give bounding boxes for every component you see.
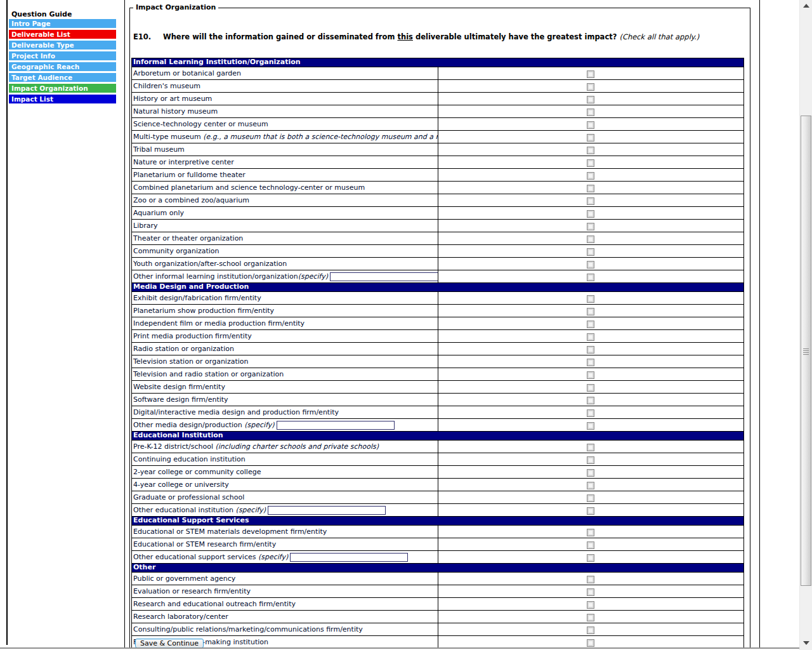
checkbox-cell	[438, 585, 744, 598]
checkbox[interactable]	[587, 295, 594, 303]
sidebar-item-target-audience[interactable]: Target Audience	[9, 73, 116, 82]
specify-input[interactable]	[277, 421, 395, 430]
checkbox[interactable]	[587, 159, 594, 167]
checkbox[interactable]	[587, 494, 594, 502]
row-label: Research and educational outreach firm/e…	[132, 598, 438, 611]
checkbox-cell	[438, 381, 744, 394]
checkbox[interactable]	[587, 384, 594, 392]
checkbox[interactable]	[587, 83, 594, 91]
checkbox-cell	[438, 232, 744, 245]
scrollbar-grip-icon	[803, 348, 809, 356]
checkbox[interactable]	[587, 333, 594, 341]
checkbox[interactable]	[587, 274, 594, 281]
checkbox[interactable]	[587, 261, 594, 269]
row-label: Digital/interactive media design and pro…	[132, 406, 438, 419]
checkbox[interactable]	[587, 223, 594, 230]
sidebar-item-deliverable-list[interactable]: Deliverable List	[9, 30, 116, 39]
vertical-scrollbar[interactable]	[799, 0, 812, 650]
checkbox[interactable]	[587, 639, 594, 647]
row-label: Evaluation or research firm/entity	[132, 585, 438, 598]
table-row: Theater or theater organization	[132, 232, 744, 245]
checkbox-cell	[438, 317, 744, 330]
checkbox[interactable]	[587, 197, 594, 205]
checkbox[interactable]	[587, 172, 594, 180]
table-row: 2-year college or community college	[132, 466, 744, 479]
table-row: Planetarium or fulldome theater	[132, 169, 744, 182]
sidebar-item-impact-list[interactable]: Impact List	[9, 95, 116, 103]
checkbox[interactable]	[587, 627, 594, 634]
checkbox[interactable]	[587, 121, 594, 129]
table-row: Print media production firm/entity	[132, 330, 744, 343]
specify-input[interactable]	[268, 506, 386, 515]
row-label-italic: (specify)	[244, 421, 274, 429]
checkbox[interactable]	[587, 70, 594, 78]
checkbox-cell	[438, 105, 744, 118]
sidebar-item-geographic-reach[interactable]: Geographic Reach	[9, 62, 116, 71]
checkbox[interactable]	[587, 109, 594, 116]
checkbox[interactable]	[587, 409, 594, 417]
checkbox-cell	[438, 419, 744, 432]
section-header-row: Educational Institution	[132, 432, 744, 441]
checkbox[interactable]	[587, 614, 594, 621]
checkbox-cell	[438, 258, 744, 270]
scrollbar-down-button[interactable]	[800, 636, 812, 650]
checkbox[interactable]	[587, 554, 594, 562]
row-label: History or art museum	[132, 93, 438, 105]
section-header-row: Educational Support Services	[132, 517, 744, 526]
row-label: Other educational institution (specify)	[132, 504, 438, 517]
checkbox-cell	[438, 491, 744, 504]
specify-input[interactable]	[290, 553, 408, 562]
page: Question Guide Intro PageDeliverable Lis…	[0, 0, 812, 650]
checkbox[interactable]	[587, 507, 594, 515]
checkbox[interactable]	[587, 371, 594, 379]
table-row: Software design firm/entity	[132, 394, 744, 406]
sidebar-item-project-info[interactable]: Project Info	[9, 51, 116, 60]
checkbox[interactable]	[587, 235, 594, 243]
row-label: Television and radio station or organiza…	[132, 368, 438, 381]
table-row: Digital/interactive media design and pro…	[132, 406, 744, 419]
checkbox[interactable]	[587, 321, 594, 328]
row-label: Pre-K-12 district/school (including char…	[132, 441, 438, 453]
row-label-italic: (specify)	[298, 272, 328, 281]
arrow-up-icon	[803, 4, 809, 8]
checkbox[interactable]	[587, 346, 594, 354]
checkbox[interactable]	[587, 469, 594, 477]
frame-divider-left	[6, 0, 8, 645]
checkbox[interactable]	[587, 541, 594, 549]
checkbox[interactable]	[587, 185, 594, 192]
checkbox[interactable]	[587, 422, 594, 430]
table-row: Science-technology center or museum	[132, 118, 744, 131]
checkbox[interactable]	[587, 308, 594, 315]
checkbox[interactable]	[587, 147, 594, 154]
save-continue-button[interactable]: Save & Continue	[135, 639, 204, 648]
row-label: Other informal learning institution/orga…	[132, 270, 438, 283]
checkbox[interactable]	[587, 588, 594, 596]
checkbox[interactable]	[587, 529, 594, 536]
table-row: Public or government agency	[132, 573, 744, 585]
checkbox[interactable]	[587, 210, 594, 218]
checkbox[interactable]	[587, 444, 594, 451]
checkbox[interactable]	[587, 576, 594, 583]
checkbox[interactable]	[587, 359, 594, 366]
checkbox[interactable]	[587, 482, 594, 489]
checkbox[interactable]	[587, 601, 594, 609]
section-header: Other	[132, 564, 744, 573]
sidebar-item-intro-page[interactable]: Intro Page	[9, 19, 116, 28]
row-label: Software design firm/entity	[132, 394, 438, 406]
checkbox[interactable]	[587, 456, 594, 464]
checkbox[interactable]	[587, 134, 594, 142]
specify-input[interactable]	[330, 272, 438, 281]
checkbox[interactable]	[587, 397, 594, 404]
table-row: Community organization	[132, 245, 744, 258]
row-label-italic: (including charter schools and private s…	[215, 442, 379, 451]
checkbox-cell	[438, 80, 744, 93]
checkbox[interactable]	[587, 248, 594, 256]
sidebar-item-deliverable-type[interactable]: Deliverable Type	[9, 41, 116, 50]
scrollbar-up-button[interactable]	[800, 0, 812, 11]
checkbox-cell	[438, 453, 744, 466]
scrollbar-thumb[interactable]	[801, 116, 811, 586]
checkbox[interactable]	[587, 96, 594, 103]
sidebar-item-impact-organization[interactable]: Impact Organization	[9, 84, 116, 93]
table-row: Youth organization/after-school organiza…	[132, 258, 744, 270]
question-e10: E10.Where will the information gained or…	[133, 32, 749, 41]
